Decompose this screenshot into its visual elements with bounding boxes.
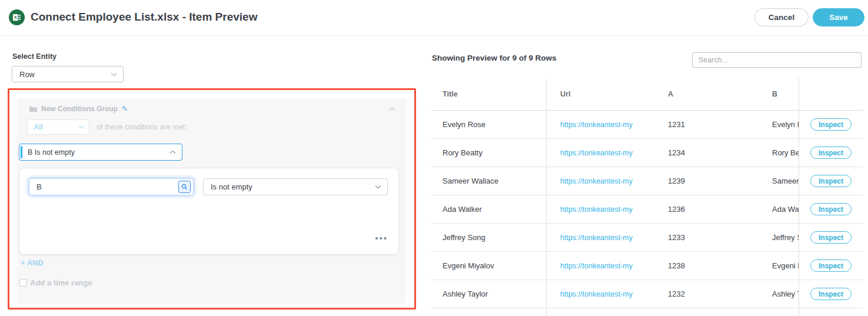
collapse-chevron-up-icon[interactable] — [389, 107, 395, 111]
condition-menu-dots-icon[interactable]: ••• — [375, 235, 388, 241]
cell-a: 1238 — [653, 261, 760, 270]
cell-url-link[interactable]: https://tonkeantest-my — [560, 205, 633, 214]
column-divider — [546, 78, 547, 316]
cell-url-link[interactable]: https://tonkeantest-my — [560, 177, 633, 185]
cell-title: Evelyn Rose — [432, 120, 546, 129]
inspect-button[interactable]: Inspect — [810, 118, 852, 131]
inspect-button[interactable]: Inspect — [810, 175, 852, 187]
svg-text:X: X — [14, 15, 17, 20]
match-type-value: All — [34, 123, 78, 131]
inspect-button[interactable]: Inspect — [810, 288, 852, 300]
cell-b: Ashley Taylor — [760, 290, 799, 298]
search-input[interactable] — [692, 52, 862, 68]
cell-title: Ada Walker — [432, 205, 546, 214]
field-input[interactable]: B — [29, 178, 194, 195]
cell-a: 1239 — [653, 177, 760, 185]
match-type-select[interactable]: All — [27, 119, 89, 135]
inspect-button[interactable]: Inspect — [810, 203, 852, 215]
cell-url-link[interactable]: https://tonkeantest-my — [560, 149, 633, 157]
entity-select-value: Row — [19, 70, 111, 79]
item-preview-screen: X Connect Employee List.xlsx - Item Prev… — [0, 0, 868, 316]
add-and-button[interactable]: + AND — [21, 258, 44, 267]
time-range-label: Add a time range — [30, 278, 92, 287]
cell-url-link[interactable]: https://tonkeantest-my — [560, 262, 633, 270]
column-header-b: B — [760, 90, 799, 98]
inspect-button[interactable]: Inspect — [810, 260, 852, 272]
cell-b: Sameer Wallace — [760, 177, 799, 185]
field-search-button[interactable] — [178, 181, 191, 193]
cell-title: Rory Beatty — [432, 148, 546, 157]
top-header: X Connect Employee List.xlsx - Item Prev… — [0, 0, 868, 36]
conditions-group-header: New Conditions Group ✎ — [29, 104, 395, 114]
cell-a: 1233 — [653, 233, 760, 242]
folder-icon — [29, 104, 37, 114]
inspect-button[interactable]: Inspect — [810, 231, 852, 244]
excel-icon: X — [9, 9, 25, 25]
time-range-checkbox[interactable] — [19, 279, 27, 287]
column-header-url: Url — [546, 90, 653, 98]
cell-url-link[interactable]: https://tonkeantest-my — [560, 121, 633, 129]
cell-url-link[interactable]: https://tonkeantest-my — [560, 234, 633, 242]
cell-a: 1236 — [653, 205, 760, 214]
cell-b: Rory Beatty — [760, 148, 799, 157]
field-input-value: B — [36, 182, 42, 191]
cell-a: 1234 — [653, 148, 760, 157]
inspect-button[interactable]: Inspect — [810, 147, 852, 159]
condition-summary-value: B Is not empty — [28, 148, 169, 157]
time-range-row: Add a time range — [19, 278, 92, 287]
chevron-down-icon — [78, 125, 84, 129]
operator-select-value: Is not empty — [211, 182, 375, 191]
chevron-down-icon — [111, 72, 117, 76]
accent-bar — [21, 146, 22, 158]
chevron-up-icon — [169, 150, 176, 154]
cancel-button[interactable]: Cancel — [754, 8, 809, 26]
save-button[interactable]: Save — [813, 8, 864, 26]
cell-a: 1231 — [653, 120, 760, 129]
cell-title: Evgeni Miyalov — [432, 261, 546, 270]
cell-title: Sameer Wallace — [432, 177, 546, 185]
conditions-group-panel: New Conditions Group ✎ All of these cond… — [16, 98, 406, 304]
column-divider — [799, 78, 799, 316]
page-title: Connect Employee List.xlsx - Item Previe… — [31, 11, 257, 24]
condition-summary-select[interactable]: B Is not empty — [19, 144, 182, 161]
edit-pencil-icon[interactable]: ✎ — [122, 105, 128, 113]
match-suffix-text: of these conditions are met: — [97, 123, 187, 131]
chevron-down-icon — [375, 185, 381, 189]
entity-select[interactable]: Row — [12, 66, 124, 82]
cell-a: 1232 — [653, 290, 760, 298]
preview-title: Showing Preview for 9 of 9 Rows — [432, 54, 557, 62]
cell-title: Jeffrey Song — [432, 233, 546, 242]
cell-b: Jeffrey Song — [760, 233, 799, 242]
cell-title: Ashley Taylor — [432, 290, 546, 298]
select-entity-label: Select Entity — [12, 52, 56, 61]
condition-editor-card: B Is not empty ••• — [19, 168, 399, 255]
cell-b: Evelyn Rose — [760, 120, 799, 129]
column-header-title: Title — [432, 90, 546, 98]
conditions-group-title: New Conditions Group — [41, 105, 118, 113]
cell-url-link[interactable]: https://tonkeantest-my — [560, 290, 633, 298]
cell-b: Evgeni Miyalov — [760, 261, 799, 270]
match-condition-row: All of these conditions are met: — [27, 119, 187, 135]
operator-select[interactable]: Is not empty — [203, 178, 388, 195]
cell-b: Ada Walker — [760, 205, 799, 214]
column-header-a: A — [653, 90, 760, 98]
